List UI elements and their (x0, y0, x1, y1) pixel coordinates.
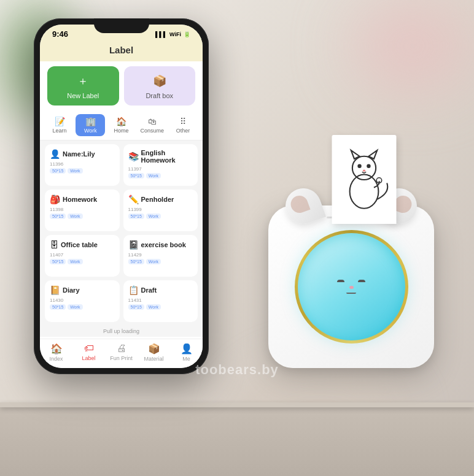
label-icon-5: 📓 (128, 240, 139, 250)
label-id-3: 11399 (128, 207, 193, 212)
nav-material-label: Material (144, 356, 163, 362)
status-icons: ▌▌▌ WiFi 🔋 (155, 31, 190, 37)
printer-gold-ring (295, 230, 408, 344)
label-title-2: Homework (63, 196, 97, 203)
label-card-top-3: ✏️ Penholder (128, 194, 193, 204)
label-size-tag-4: 50*15 (50, 259, 66, 264)
home-label: Home (114, 128, 129, 134)
nav-index[interactable]: 🏠 Index (40, 343, 72, 362)
nav-funprint-label: Fun Print (110, 355, 133, 361)
label-grid: 👤 Name:Lily 11396 50*15 Work 📚 English H… (40, 140, 203, 326)
nav-index-icon: 🏠 (50, 343, 63, 355)
label-card-5[interactable]: 📓 exercise book 11429 50*15 Work (123, 235, 198, 277)
work-icon: 🏢 (85, 117, 96, 126)
paper-cat-drawing (337, 140, 392, 219)
nav-material-icon: 📦 (148, 343, 160, 355)
label-work-tag-7: Work (146, 304, 161, 310)
wifi-icon: WiFi (169, 31, 181, 37)
svg-point-5 (367, 164, 370, 167)
label-work-tag-5: Work (146, 259, 161, 264)
label-card-7[interactable]: 📋 Draft 11431 50*15 Work (123, 280, 198, 322)
label-work-tag-2: Work (68, 213, 82, 219)
printer-ring-container (295, 230, 408, 344)
label-tags-3: 50*15 Work (128, 213, 193, 219)
svg-point-4 (357, 164, 361, 167)
label-icon-1: 📚 (128, 152, 139, 161)
battery-icon: 🔋 (184, 31, 190, 37)
nav-funprint[interactable]: 🖨 Fun Print (105, 343, 138, 362)
printer-ear-left (281, 183, 326, 229)
nav-me[interactable]: 👤 Me (170, 343, 203, 362)
label-card-top-2: 🎒 Homework (50, 194, 115, 204)
label-work-tag-6: Work (68, 304, 82, 310)
svg-point-6 (363, 169, 365, 171)
label-card-top-1: 📚 English Homework (128, 149, 193, 164)
label-tags-7: 50*15 Work (128, 304, 193, 310)
consume-label: Consume (140, 128, 164, 134)
label-card-top-6: 📔 Diary (50, 285, 115, 295)
label-card-3[interactable]: ✏️ Penholder 11399 50*15 Work (123, 190, 198, 231)
draft-icon: 📦 (151, 72, 168, 90)
printer-mouth-area (346, 293, 356, 294)
home-icon: 🏠 (116, 117, 126, 126)
phone: 9:46 ▌▌▌ WiFi 🔋 Label ＋ New Label 📦 (34, 18, 209, 374)
svg-marker-2 (351, 150, 360, 159)
label-size-tag-0: 50*15 (50, 168, 66, 174)
printer-nose (349, 286, 354, 289)
phone-notch (94, 18, 149, 33)
label-card-4[interactable]: 🗄 Office table 11407 50*15 Work (45, 235, 120, 277)
label-tags-0: 50*15 Work (50, 168, 115, 174)
tab-learn[interactable]: 📝 Learn (45, 114, 74, 136)
tab-other[interactable]: ⠿ Other (168, 114, 198, 136)
printer-teal-circle (298, 233, 405, 340)
label-card-1[interactable]: 📚 English Homework 11397 50*15 Work (123, 144, 198, 186)
label-card-top-7: 📋 Draft (128, 285, 193, 295)
label-tags-1: 50*15 Work (128, 173, 193, 178)
nav-label[interactable]: 🏷 Label (72, 343, 105, 362)
label-title-3: Penholder (141, 196, 174, 203)
label-id-2: 11398 (50, 207, 115, 212)
nav-material[interactable]: 📦 Material (138, 343, 170, 362)
ear-inner-left (289, 193, 311, 215)
label-card-top-4: 🗄 Office table (50, 240, 115, 250)
label-work-tag-3: Work (146, 213, 161, 219)
printer-body (268, 205, 434, 368)
tab-consume[interactable]: 🛍 Consume (138, 114, 167, 136)
svg-point-1 (352, 156, 376, 179)
label-id-0: 11396 (50, 161, 115, 167)
label-title-1: English Homework (141, 149, 193, 164)
new-label-button[interactable]: ＋ New Label (47, 66, 119, 106)
label-size-tag-7: 50*15 (128, 304, 144, 310)
tab-work[interactable]: 🏢 Work (76, 114, 105, 136)
nav-index-label: Index (49, 356, 63, 362)
printer-paper (332, 135, 397, 224)
label-icon-2: 🎒 (50, 194, 60, 204)
label-title-0: Name:Lily (63, 150, 95, 158)
label-card-2[interactable]: 🎒 Homework 11398 50*15 Work (45, 190, 120, 231)
label-size-tag-6: 50*15 (50, 304, 66, 310)
other-label: Other (176, 128, 190, 134)
other-icon: ⠿ (180, 117, 186, 126)
label-id-5: 11429 (128, 252, 193, 258)
nav-me-label: Me (182, 356, 190, 362)
quick-actions: ＋ New Label 📦 Draft box (40, 61, 203, 110)
learn-icon: 📝 (55, 117, 65, 126)
learn-label: Learn (53, 128, 67, 134)
app-title: Label (109, 45, 133, 55)
draft-box-label: Draft box (146, 92, 173, 99)
bg-pink-blur (351, 0, 474, 92)
label-card-top-5: 📓 exercise book (128, 240, 193, 250)
draft-box-button[interactable]: 📦 Draft box (124, 66, 196, 106)
table-edge (0, 402, 474, 407)
label-card-0[interactable]: 👤 Name:Lily 11396 50*15 Work (45, 144, 120, 186)
printer-mouth (346, 293, 356, 294)
consume-icon: 🛍 (148, 117, 157, 126)
label-id-7: 11431 (128, 298, 193, 303)
status-time: 9:46 (52, 29, 68, 39)
tab-home[interactable]: 🏠 Home (106, 114, 136, 136)
label-icon-6: 📔 (50, 285, 60, 295)
watermark: toobears.by (195, 362, 279, 378)
label-card-6[interactable]: 📔 Diary 11430 50*15 Work (45, 280, 120, 322)
app-header: Label (40, 41, 203, 61)
table-surface (0, 402, 474, 476)
